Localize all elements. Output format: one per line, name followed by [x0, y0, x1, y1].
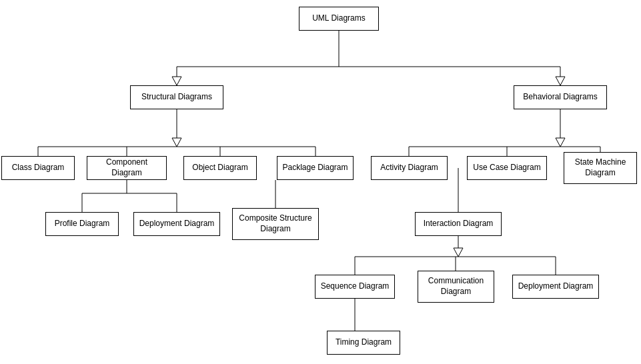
svg-marker-20	[556, 138, 565, 147]
node-structural: Structural Diagrams	[130, 85, 223, 109]
diagram-lines	[0, 0, 641, 364]
svg-marker-28	[454, 248, 463, 257]
node-package: Packlage Diagram	[277, 156, 354, 180]
node-sequence: Sequence Diagram	[315, 275, 395, 299]
node-object: Object Diagram	[183, 156, 257, 180]
svg-marker-8	[172, 138, 181, 147]
diagram-container: UML Diagrams Structural Diagrams Behavio…	[0, 0, 641, 364]
node-class: Class Diagram	[1, 156, 75, 180]
node-usecase: Use Case Diagram	[467, 156, 547, 180]
node-deployment1: Deployment Diagram	[133, 212, 220, 236]
node-composite: Composite Structure Diagram	[232, 208, 319, 240]
node-behavioral: Behavioral Diagrams	[514, 85, 607, 109]
node-statemachine: State Machine Diagram	[564, 152, 637, 184]
svg-marker-4	[172, 77, 181, 85]
node-uml: UML Diagrams	[299, 7, 379, 31]
node-interaction: Interaction Diagram	[415, 212, 502, 236]
node-activity: Activity Diagram	[371, 156, 448, 180]
node-deployment2: Deployment Diagram	[512, 275, 599, 299]
node-timing: Timing Diagram	[327, 331, 400, 355]
node-component: Component Diagram	[87, 156, 167, 180]
node-communication: Communication Diagram	[418, 271, 494, 303]
node-profile: Profile Diagram	[45, 212, 119, 236]
svg-marker-5	[556, 77, 565, 85]
